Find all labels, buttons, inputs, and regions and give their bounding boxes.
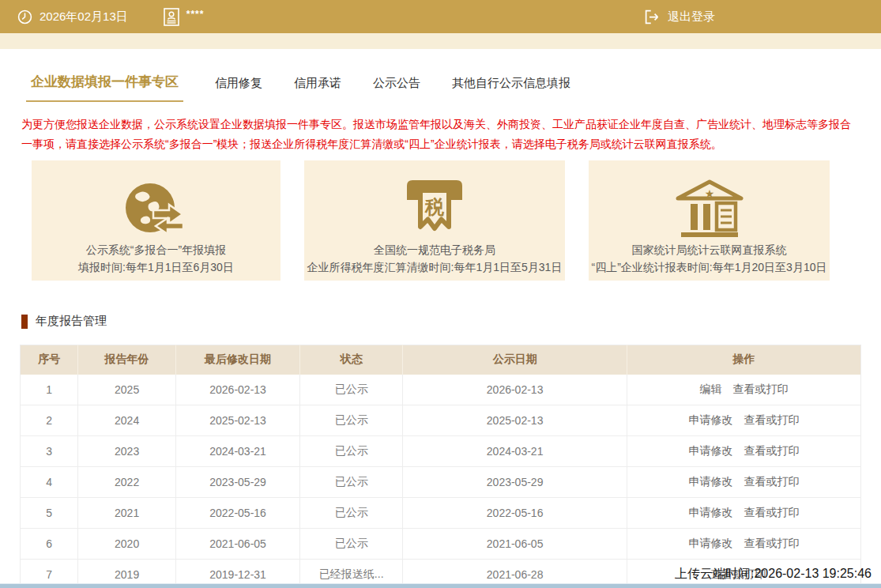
tab-other-self-disclosure[interactable]: 其他自行公示信息填报: [452, 76, 570, 102]
table-row: 6 2020 2021-06-05 已公示 2021-06-05 申请修改查看或…: [21, 529, 861, 560]
action-link[interactable]: 申请修改: [689, 506, 733, 518]
cell-publish-date: 2025-02-13: [403, 405, 627, 436]
horizontal-scrollbar[interactable]: [0, 583, 881, 588]
notice-text: 为更方便您报送企业数据，公示系统设置企业数据填报一件事专区。报送市场监管年报以及…: [21, 115, 861, 154]
tab-public-announcement[interactable]: 公示公告: [373, 76, 420, 102]
action-link[interactable]: 申请修改: [689, 475, 733, 488]
cell-publish-date: 2022-05-16: [403, 498, 627, 529]
tab-credit-repair[interactable]: 信用修复: [215, 76, 262, 102]
cell-status: 已公示: [300, 498, 403, 529]
cell-report-year: 2021: [78, 498, 175, 529]
cell-last-modified: 2026-02-13: [175, 375, 299, 405]
col-header-publish-date: 公示日期: [403, 345, 627, 375]
section-marker: [21, 315, 28, 329]
topbar-date-text: 2026年02月13日: [40, 9, 128, 24]
cell-report-year: 2022: [78, 467, 175, 498]
tab-enterprise-data-filing[interactable]: 企业数据填报一件事专区: [26, 73, 183, 102]
clock-icon: [17, 9, 32, 24]
cell-last-modified: 2022-05-16: [175, 498, 299, 529]
cell-actions: 申请修改查看或打印: [627, 498, 861, 529]
card-title: 全国统一规范电子税务局: [304, 241, 565, 258]
cell-serial: 5: [21, 498, 78, 529]
svg-text:★: ★: [704, 187, 714, 200]
quick-link-cards: 公示系统“多报合一”年报填报 填报时间:每年1月1日至6月30日 税 全国统一规…: [20, 160, 861, 281]
cell-report-year: 2023: [78, 436, 175, 467]
col-header-status: 状态: [300, 345, 403, 375]
cell-last-modified: 2021-06-05: [175, 529, 299, 560]
user-id-display: ****: [164, 8, 205, 26]
cell-serial: 2: [21, 405, 78, 436]
cell-publish-date: 2024-03-21: [403, 436, 627, 467]
section-title-text: 年度报告管理: [36, 314, 107, 329]
date-display: 2026年02月13日: [17, 9, 128, 24]
page: 2026年02月13日 **** 退出登录 企业数据填报一件事专区 信用修复 信…: [0, 0, 881, 588]
cell-last-modified: 2024-03-21: [175, 436, 299, 467]
cell-status: 已公示: [300, 405, 403, 436]
cell-publish-date: 2023-05-29: [403, 467, 627, 498]
main-content: 企业数据填报一件事专区 信用修复 信用承诺 公示公告 其他自行公示信息填报 为更…: [0, 73, 881, 588]
section-annual-report-management: 年度报告管理: [21, 314, 861, 329]
card-subtitle: 填报时间:每年1月1日至6月30日: [32, 258, 280, 276]
card-title: 公示系统“多报合一”年报填报: [32, 241, 280, 258]
cell-report-year: 2025: [78, 375, 175, 405]
cell-status: 已公示: [300, 375, 403, 405]
action-link[interactable]: 查看或打印: [744, 475, 800, 488]
globe-transfer-icon: [32, 178, 280, 241]
col-header-actions: 操作: [627, 345, 861, 375]
table-row: 4 2022 2023-05-29 已公示 2023-05-29 申请修改查看或…: [21, 467, 861, 498]
card-statistics-direct-report[interactable]: ★ 国家统计局统计云联网直报系统 “四上”企业统计报表时间:每年1月20日至3月…: [589, 160, 830, 281]
tab-credit-commitment[interactable]: 信用承诺: [294, 76, 341, 102]
table-row: 1 2025 2026-02-13 已公示 2026-02-13 编辑查看或打印: [21, 375, 861, 405]
cell-serial: 6: [21, 529, 78, 560]
annual-report-table: 序号 报告年份 最后修改日期 状态 公示日期 操作 1 2025 2026-02…: [20, 345, 861, 588]
cell-last-modified: 2025-02-13: [175, 405, 299, 436]
upload-time-text: 上传云端时间:2026-02-13 19:25:46: [675, 566, 872, 582]
cell-last-modified: 2023-05-29: [175, 467, 299, 498]
card-title: 国家统计局统计云联网直报系统: [589, 241, 830, 258]
cell-serial: 4: [21, 467, 78, 498]
cell-publish-date: 2026-02-13: [403, 375, 627, 405]
action-link[interactable]: 申请修改: [689, 537, 733, 549]
cell-status: 已公示: [300, 467, 403, 498]
card-electronic-tax-bureau[interactable]: 税 全国统一规范电子税务局 企业所得税年度汇算清缴时间:每年1月1日至5月31日: [304, 160, 565, 281]
cell-actions: 申请修改查看或打印: [627, 467, 861, 498]
card-subtitle: “四上”企业统计报表时间:每年1月20日至3月10日: [589, 258, 830, 276]
cell-actions: 申请修改查看或打印: [627, 405, 861, 436]
cell-serial: 3: [21, 436, 78, 467]
id-card-icon: [164, 8, 179, 26]
action-link[interactable]: 查看或打印: [744, 413, 800, 426]
col-header-last-modified: 最后修改日期: [175, 345, 299, 375]
logout-label: 退出登录: [668, 9, 715, 24]
action-link[interactable]: 查看或打印: [744, 444, 800, 457]
cell-serial: 1: [21, 375, 78, 405]
table-row: 5 2021 2022-05-16 已公示 2022-05-16 申请修改查看或…: [21, 498, 861, 529]
table-row: 2 2024 2025-02-13 已公示 2025-02-13 申请修改查看或…: [21, 405, 861, 436]
action-link[interactable]: 查看或打印: [733, 383, 789, 395]
cell-actions: 申请修改查看或打印: [627, 436, 861, 467]
card-subtitle: 企业所得税年度汇算清缴时间:每年1月1日至5月31日: [304, 258, 565, 276]
col-header-report-year: 报告年份: [78, 345, 175, 375]
tab-bar: 企业数据填报一件事专区 信用修复 信用承诺 公示公告 其他自行公示信息填报: [20, 73, 861, 102]
card-annual-report-filing[interactable]: 公示系统“多报合一”年报填报 填报时间:每年1月1日至6月30日: [32, 160, 280, 281]
action-link[interactable]: 编辑: [700, 383, 722, 395]
cell-report-year: 2020: [78, 529, 175, 560]
table-row: 3 2023 2024-03-21 已公示 2024-03-21 申请修改查看或…: [21, 436, 861, 467]
action-link[interactable]: 查看或打印: [744, 506, 800, 518]
action-link[interactable]: 查看或打印: [744, 537, 800, 549]
cell-actions: 申请修改查看或打印: [627, 529, 861, 560]
tax-badge-icon: 税: [304, 178, 565, 241]
cell-status: 已公示: [300, 529, 403, 560]
action-link[interactable]: 申请修改: [689, 444, 733, 457]
logout-button[interactable]: 退出登录: [644, 9, 715, 25]
svg-text:税: 税: [424, 196, 445, 217]
cell-report-year: 2024: [78, 405, 175, 436]
cell-actions: 编辑查看或打印: [627, 375, 861, 405]
table-header-row: 序号 报告年份 最后修改日期 状态 公示日期 操作: [21, 345, 861, 375]
col-header-serial: 序号: [21, 345, 78, 375]
cell-publish-date: 2021-06-05: [403, 529, 627, 560]
topbar: 2026年02月13日 **** 退出登录: [0, 0, 881, 33]
cell-status: 已公示: [300, 436, 403, 467]
masked-credential-text: ****: [186, 9, 205, 20]
topbar-lower-strip: [0, 33, 881, 49]
action-link[interactable]: 申请修改: [689, 413, 733, 426]
